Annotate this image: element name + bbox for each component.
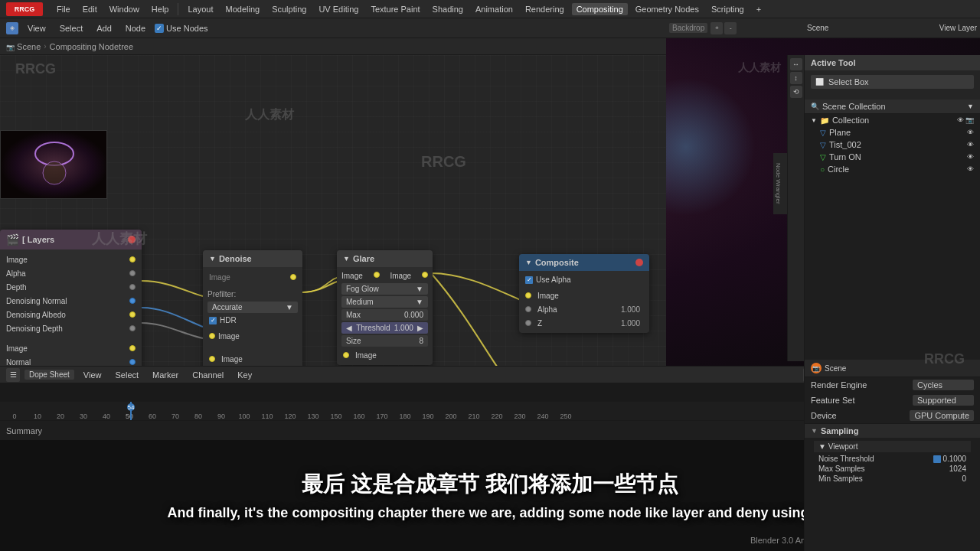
dope-sheet-label[interactable]: Dope Sheet: [24, 370, 74, 380]
eye-icon-col[interactable]: 👁: [957, 116, 964, 124]
outliner-filter-icon[interactable]: ▼: [967, 103, 974, 110]
denoise-prefilter-dropdown[interactable]: Accurate ▼: [207, 302, 298, 313]
current-frame-dot[interactable]: 54: [127, 403, 135, 411]
sampling-section[interactable]: ▼ Sampling: [805, 423, 980, 438]
glare-top-in-socket[interactable]: [374, 272, 380, 278]
glare-threshold-field[interactable]: ◀ Threshold 1.000 ▶: [341, 322, 428, 334]
breadcrumb-nodetree[interactable]: Compositing Nodetree: [50, 42, 133, 51]
outliner-plane[interactable]: ▽ Plane 👁: [805, 126, 980, 139]
layers-depth-socket[interactable]: [129, 284, 136, 290]
outliner-collection[interactable]: ▼ 📁 Collection 👁 📷: [805, 114, 980, 126]
glare-threshold-arrow-right[interactable]: ▶: [417, 324, 423, 332]
collection-expand[interactable]: ▼: [811, 117, 817, 124]
composite-use-alpha[interactable]: ✓ Use Alpha: [519, 274, 649, 285]
glare-threshold-arrow-left[interactable]: ◀: [346, 324, 352, 332]
timeline-channel[interactable]: Channel: [188, 369, 228, 381]
composite-in-z-socket[interactable]: [525, 320, 531, 326]
outliner-search-icon[interactable]: 🔍: [811, 103, 819, 110]
denoise-spacer3: [203, 343, 302, 352]
layers-den-normal-socket[interactable]: [129, 298, 136, 304]
timeline-marker[interactable]: Marker: [148, 369, 183, 381]
composite-dot[interactable]: [635, 259, 643, 266]
composite-alpha-check-icon[interactable]: ✓: [525, 276, 533, 284]
backdrop-toggle[interactable]: Backdrop: [669, 23, 707, 33]
zoom-in-icon[interactable]: +: [710, 22, 723, 34]
tool-icon-3[interactable]: ⟲: [790, 86, 802, 98]
timeline-key[interactable]: Key: [233, 369, 256, 381]
toolbar-select[interactable]: Select: [55, 22, 88, 34]
layers-alpha-socket[interactable]: [129, 270, 136, 276]
denoise-hdr-check-icon[interactable]: ✓: [209, 317, 217, 324]
viewport-section[interactable]: ▼ Viewport: [814, 441, 971, 452]
node-wrangler-label: Node Wrangler: [773, 153, 787, 214]
toolbar-add[interactable]: Add: [92, 22, 116, 34]
denoise-header: ▼ Denoise: [203, 250, 302, 267]
outliner-turnon[interactable]: ▽ Turn ON 👁: [805, 151, 980, 163]
feature-set-value[interactable]: Supported: [913, 395, 974, 406]
menu-edit[interactable]: Edit: [78, 3, 102, 15]
select-box-button[interactable]: ⬜ Select Box: [811, 75, 974, 89]
layers-image-socket[interactable]: [129, 256, 136, 262]
menu-shading[interactable]: Shading: [428, 3, 468, 15]
composite-in-alpha-socket[interactable]: [525, 306, 531, 312]
eye-icon-circle[interactable]: 👁: [967, 165, 974, 173]
toolbar-node[interactable]: Node: [121, 22, 150, 34]
glare-top-out-socket[interactable]: [422, 272, 428, 278]
use-nodes-checkbox[interactable]: ✓: [155, 24, 164, 33]
outliner-circle[interactable]: ○ Circle 👁: [805, 163, 980, 175]
denoise-in-image-socket[interactable]: [209, 356, 215, 362]
denoise-hdr-checkbox[interactable]: ✓ HDR: [203, 315, 302, 326]
use-nodes-toggle[interactable]: ✓ Use Nodes: [155, 24, 207, 33]
denoise-input-ref-socket[interactable]: [290, 274, 296, 280]
noise-threshold-check[interactable]: [933, 455, 941, 463]
outliner-tist[interactable]: ▽ Tist_002 👁: [805, 139, 980, 151]
breadcrumb-scene[interactable]: 📷 Scene: [6, 42, 41, 51]
zoom-out-icon[interactable]: -: [724, 22, 737, 34]
menu-help[interactable]: Help: [147, 3, 174, 15]
layers-den-depth-socket[interactable]: [129, 325, 136, 331]
glare-type-dropdown[interactable]: Fog Glow ▼: [341, 283, 428, 295]
menu-uv-editing[interactable]: UV Editing: [314, 3, 363, 15]
denoise-expand[interactable]: ▼: [209, 255, 216, 262]
render-engine-value[interactable]: Cycles: [913, 380, 974, 390]
node-editor-icon[interactable]: ◈: [6, 22, 18, 34]
menu-layout[interactable]: Layout: [183, 3, 217, 15]
composite-expand[interactable]: ▼: [525, 259, 532, 266]
tool-icon-1[interactable]: ↔: [790, 58, 802, 70]
menu-file[interactable]: File: [52, 3, 75, 15]
eye-icon-plane[interactable]: 👁: [967, 129, 974, 136]
timeline-view[interactable]: View: [79, 369, 106, 381]
menu-animation[interactable]: Animation: [471, 3, 518, 15]
menu-sculpting[interactable]: Sculpting: [267, 3, 311, 15]
layers-den-albedo-socket[interactable]: [129, 311, 136, 318]
menu-rendering[interactable]: Rendering: [521, 3, 569, 15]
glare-bottom-socket[interactable]: [343, 352, 349, 358]
layers-image2-socket[interactable]: [129, 345, 136, 351]
glare-quality-dropdown[interactable]: Medium ▼: [341, 296, 428, 308]
toolbar-view[interactable]: View: [23, 22, 51, 34]
timeline-select[interactable]: Select: [110, 369, 143, 381]
camera-icon-col[interactable]: 📷: [965, 116, 974, 124]
menu-compositing[interactable]: Compositing: [572, 3, 628, 15]
menu-window[interactable]: Window: [105, 3, 144, 15]
menu-scripting[interactable]: Scripting: [707, 3, 749, 15]
menu-add[interactable]: +: [752, 3, 766, 15]
layers-normal-socket[interactable]: [129, 359, 136, 365]
camera-props-icon[interactable]: 📷: [811, 363, 822, 373]
eye-icon-tist[interactable]: 👁: [967, 141, 974, 148]
composite-in-image-socket[interactable]: [525, 292, 531, 298]
denoise-prefilter-label: Prefilter:: [203, 289, 302, 300]
denoise-output-socket[interactable]: [209, 333, 215, 339]
menu-texture-paint[interactable]: Texture Paint: [366, 3, 424, 15]
eye-icon-turnon[interactable]: 👁: [967, 153, 974, 161]
tool-icon-2[interactable]: ↕: [790, 72, 802, 84]
menu-modeling[interactable]: Modeling: [220, 3, 264, 15]
render-layers-dot[interactable]: [128, 236, 136, 243]
dope-sheet-icon[interactable]: ☰: [6, 368, 20, 382]
glare-expand[interactable]: ▼: [343, 255, 350, 262]
glare-max-field: Max 0.000: [341, 309, 428, 321]
glare-input-label: Image: [341, 272, 363, 280]
camera-icon: 📷: [6, 44, 15, 51]
device-value[interactable]: GPU Compute: [910, 410, 974, 421]
menu-geometry-nodes[interactable]: Geometry Nodes: [631, 3, 704, 15]
